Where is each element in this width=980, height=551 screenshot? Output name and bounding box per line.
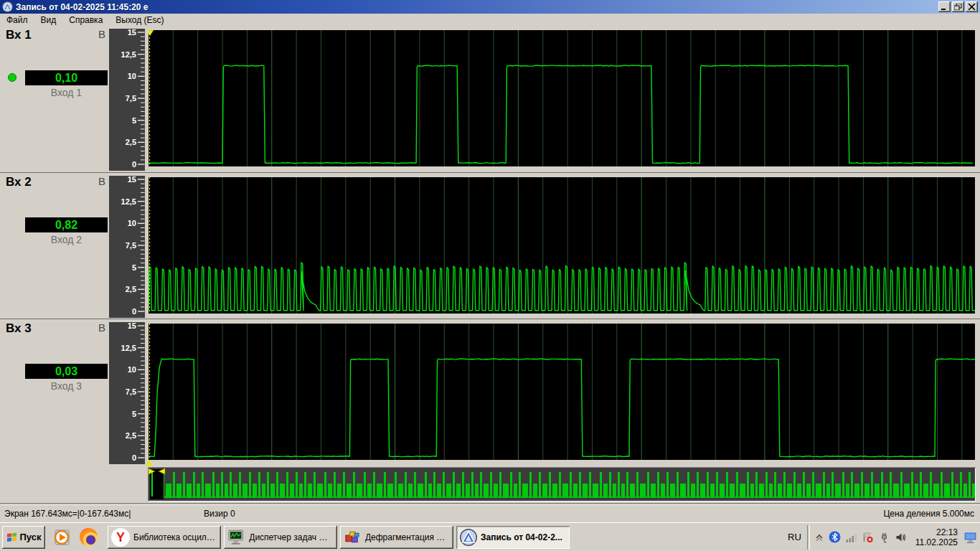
menu-exit[interactable]: Выход (Esc)	[109, 14, 170, 26]
svg-text:10: 10	[128, 219, 136, 227]
power-plug-icon[interactable]	[878, 532, 890, 543]
status-cursor-position: Визир 0	[204, 509, 235, 519]
channel-1-waveform-plot[interactable]	[149, 30, 975, 166]
system-tray: RU	[788, 524, 978, 550]
channel-1-label: Вход 1	[25, 87, 108, 98]
menu-view[interactable]: Вид	[34, 14, 63, 26]
svg-text:7,5: 7,5	[126, 241, 136, 250]
svg-text:7,5: 7,5	[126, 94, 136, 103]
bluetooth-icon[interactable]	[829, 531, 841, 543]
windows-logo-icon	[6, 532, 18, 542]
svg-text:12,5: 12,5	[121, 50, 136, 59]
channel-3-waveform-plot[interactable]	[149, 324, 975, 460]
channel-1-value: 0,10	[25, 70, 108, 85]
svg-text:12,5: 12,5	[121, 197, 136, 206]
tray-date: 11.02.2025	[915, 537, 958, 547]
window-title: Запись от 04-02-2025 11:45:20 е	[16, 2, 937, 12]
channel-2-voltage-scale[interactable]: 02,557,51012,515	[109, 176, 145, 318]
channel-1-panel: Вх 1 В 0,10 Вход 1	[0, 26, 109, 172]
signal-strength-icon[interactable]	[845, 532, 857, 543]
channel-2-value: 0,82	[25, 217, 108, 232]
status-screen-range: Экран 167.643мс=|0-167.643мс|	[4, 509, 131, 519]
svg-text:15: 15	[128, 29, 136, 37]
close-button[interactable]	[966, 1, 978, 12]
overview-waveform[interactable]	[149, 468, 975, 501]
overview-minimap[interactable]	[148, 467, 976, 501]
channel-row-2: Вх 2 В 0,82 Вход 2 02,557,51012,515	[0, 172, 980, 319]
taskbar-button[interactable]: Запись от 04-02-2...	[456, 526, 570, 549]
status-bar: Экран 167.643мс=|0-167.643мс| Визир 0 Це…	[0, 504, 980, 523]
channel-3-label: Вход 3	[25, 380, 108, 392]
channel-1-active-indicator[interactable]	[8, 73, 17, 82]
svg-text:2,5: 2,5	[126, 138, 136, 146]
restore-button[interactable]	[952, 1, 964, 12]
taskbar-button[interactable]: Y Библиотека осцилло...	[108, 526, 221, 549]
channel-3-value: 0,03	[25, 364, 108, 379]
svg-text:15: 15	[128, 176, 136, 184]
volume-speaker-icon[interactable]	[895, 532, 907, 543]
channel-3-name: Вх 3	[6, 321, 32, 336]
channel-2-name: Вх 2	[6, 175, 32, 189]
firefox-icon[interactable]	[80, 528, 98, 546]
start-button[interactable]: Пуск	[2, 526, 45, 549]
minimize-button[interactable]	[938, 1, 951, 12]
hide-icons-chevron-icon[interactable]	[814, 532, 824, 543]
svg-text:10: 10	[128, 365, 136, 374]
channel-row-1: Вх 1 В 0,10 Вход 1 02,557,51012,515	[0, 26, 980, 172]
channel-row-3: Вх 3 В 0,03 Вход 3 02,557,51012,515	[0, 319, 980, 465]
status-division-value: Цена деления 5.000мс	[883, 509, 974, 519]
menu-help[interactable]: Справка	[62, 14, 109, 26]
oscilloscope-app-icon	[460, 529, 477, 546]
start-label: Пуск	[20, 532, 42, 542]
channel-3-unit: В	[98, 321, 105, 334]
channel-3-panel: Вх 3 В 0,03 Вход 3	[0, 319, 109, 465]
svg-text:0: 0	[132, 307, 136, 316]
security-alert-flag-icon[interactable]	[862, 532, 874, 543]
quick-launch	[52, 528, 98, 547]
channel-2-waveform-plot[interactable]	[149, 177, 975, 314]
svg-text:10: 10	[128, 72, 136, 80]
disk-defrag-icon	[344, 529, 362, 546]
taskbar: Пуск Y Библиотека осцилло... Диспетчер з…	[0, 522, 980, 551]
svg-text:5: 5	[132, 410, 136, 418]
svg-text:5: 5	[132, 116, 136, 125]
yandex-browser-icon: Y	[111, 528, 130, 547]
svg-text:12,5: 12,5	[121, 344, 136, 352]
svg-text:2,5: 2,5	[126, 431, 136, 440]
menu-bar: Файл Вид Справка Выход (Esc)	[0, 14, 980, 26]
channel-2-panel: Вх 2 В 0,82 Вход 2	[0, 173, 109, 319]
menu-file[interactable]: Файл	[0, 14, 34, 26]
svg-text:0: 0	[132, 160, 136, 169]
channel-1-voltage-scale[interactable]: 02,557,51012,515	[109, 29, 145, 171]
svg-text:7,5: 7,5	[126, 387, 136, 396]
task-manager-icon	[227, 529, 245, 546]
channel-1-unit: В	[98, 28, 105, 40]
channel-1-name: Вх 1	[6, 28, 32, 42]
display-monitor-icon[interactable]	[963, 531, 978, 544]
tray-divider	[807, 525, 810, 550]
svg-text:0: 0	[132, 453, 136, 462]
svg-text:5: 5	[132, 263, 136, 272]
channel-2-label: Вход 2	[25, 234, 108, 245]
oscilloscope-app-icon	[2, 1, 13, 12]
tray-time: 22:13	[915, 527, 958, 537]
svg-text:2,5: 2,5	[126, 285, 136, 293]
language-indicator[interactable]: RU	[788, 532, 801, 542]
svg-text:15: 15	[128, 322, 136, 330]
taskbar-button[interactable]: Дефрагментация ди...	[340, 526, 453, 549]
tray-clock[interactable]: 22:13 11.02.2025	[915, 527, 958, 547]
media-player-icon[interactable]	[52, 528, 71, 547]
channel-2-unit: В	[98, 175, 105, 187]
taskbar-button[interactable]: Диспетчер задач Wi...	[224, 526, 337, 549]
screen: { "window": { "title": "Запись от 04-02-…	[0, 0, 980, 551]
channel-3-voltage-scale[interactable]: 02,557,51012,515	[109, 322, 145, 464]
cursor-marker-bottom	[146, 460, 153, 466]
title-bar: Запись от 04-02-2025 11:45:20 е	[0, 0, 980, 14]
